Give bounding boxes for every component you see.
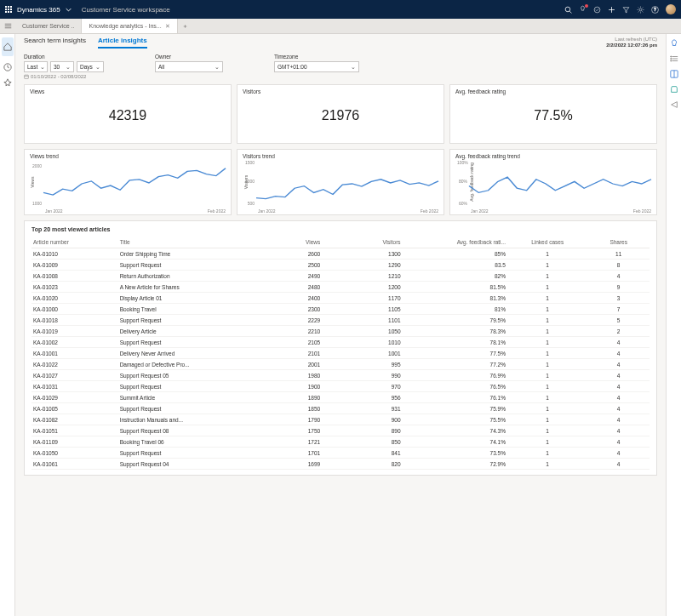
settings-icon[interactable] (637, 6, 644, 14)
rail-list-icon[interactable] (670, 54, 678, 63)
duration-unit-select[interactable]: Days⌄ (77, 61, 104, 72)
col-shares[interactable]: Shares (587, 237, 650, 248)
table-row[interactable]: KA-01023A New Article for Shares24801200… (31, 282, 650, 293)
duration-label: Duration (24, 54, 104, 60)
chart-xend: Feb 2022 (208, 208, 226, 214)
chevron-down-icon[interactable] (66, 7, 72, 13)
kpi-visitors-value: 21976 (243, 108, 438, 123)
assistant-icon[interactable] (593, 6, 601, 14)
lightbulb-icon[interactable] (579, 5, 587, 14)
duration-amount-select[interactable]: 30⌄ (50, 61, 74, 72)
chart-views-title: Views trend (30, 153, 226, 159)
top-articles-table: Article number Title Views Visitors Avg.… (31, 237, 650, 470)
table-row[interactable]: KA-01109Booking Travel 06172185074.1%14 (31, 436, 650, 448)
svg-point-17 (670, 60, 671, 61)
home-icon[interactable] (2, 37, 14, 56)
table-row[interactable]: KA-01027Support Request 05198099076.9%14 (31, 370, 650, 381)
workspace-tabstrip: Customer Service .. Knowledge analytics … (0, 19, 681, 34)
table-row[interactable]: KA-01019Delivery Article2210105078.3%12 (31, 326, 650, 337)
rail-share-icon[interactable] (670, 100, 678, 109)
new-tab-button[interactable]: ＋ (178, 19, 193, 33)
col-title[interactable]: Title (118, 237, 255, 248)
kpi-feedback-card: Avg. feedback rating 77.5% (449, 84, 657, 144)
kpi-views-title: Views (30, 88, 226, 94)
right-rail (666, 34, 681, 616)
hamburger-menu[interactable] (0, 19, 15, 33)
rail-bulb-icon[interactable] (670, 39, 678, 48)
table-row[interactable]: KA-01061Support Request 04169982072.9%14 (31, 459, 650, 470)
chart-tick: 1000 (31, 201, 42, 206)
chart-tick: 80% (457, 179, 467, 184)
table-row[interactable]: KA-01020Display Article 012400117081.3%1… (31, 293, 650, 304)
subtab-article-insights[interactable]: Article insights (98, 37, 147, 48)
tab-customer-service[interactable]: Customer Service .. (15, 19, 82, 33)
table-row[interactable]: KA-01029Summit Article189095676.1%14 (31, 392, 650, 403)
svg-text:?: ? (654, 7, 656, 12)
svg-rect-20 (25, 76, 29, 79)
search-icon[interactable] (564, 6, 572, 14)
kpi-views-value: 42319 (30, 108, 226, 123)
filter-owner: Owner All⌄ (155, 54, 223, 79)
col-feedback[interactable]: Avg. feedback rati... (403, 237, 507, 248)
filter-duration: Duration Last⌄ 30⌄ Days⌄ 01/10/2022 - 02… (24, 54, 104, 79)
close-tab-icon[interactable]: ✕ (165, 23, 170, 30)
chart-views-trend: Views trend Views 2000 1000 Jan 2022 Feb… (24, 149, 232, 215)
svg-point-0 (565, 7, 570, 12)
col-linked[interactable]: Linked cases (507, 237, 587, 248)
table-row[interactable]: KA-01051Support Request 08175089074.3%14 (31, 425, 650, 436)
main-content: Search term insights Article insights La… (15, 34, 666, 616)
workspace-name: Customer Service workspace (82, 6, 170, 14)
table-row[interactable]: KA-01008Return Authorization2490121082%1… (31, 271, 650, 282)
table-row[interactable]: KA-01010Order Shipping Time2600130085%11… (31, 248, 650, 260)
col-visitors[interactable]: Visitors (322, 237, 402, 248)
table-row[interactable]: KA-01050Support Request170184173.5%14 (31, 448, 650, 459)
global-topbar: Dynamics 365 Customer Service workspace … (0, 0, 681, 19)
table-row[interactable]: KA-01002Support Request2105101078.1%14 (31, 337, 650, 348)
timezone-select[interactable]: GMT+01:00⌄ (274, 61, 359, 72)
last-refresh: Last refresh (UTC) 2/2/2022 12:07:26 pm (606, 37, 657, 48)
table-row[interactable]: KA-01000Booking Travel2300110581%17 (31, 304, 650, 315)
clock-icon[interactable] (3, 63, 12, 71)
chart-xstart: Jan 2022 (258, 208, 276, 214)
svg-point-5 (639, 9, 642, 11)
table-title: Top 20 most viewed articles (31, 226, 650, 232)
chart-xend: Feb 2022 (421, 208, 438, 214)
table-row[interactable]: KA-01082Instruction Manuals and...179090… (31, 414, 650, 425)
product-name[interactable]: Dynamics 365 (17, 6, 60, 14)
add-icon[interactable] (608, 6, 615, 14)
subtab-search-term-insights[interactable]: Search term insights (24, 37, 86, 48)
left-nav-rail (0, 34, 15, 616)
col-views[interactable]: Views (254, 237, 322, 248)
chart-feedback-trend: Avg. feedback rating trend Avg. feedback… (449, 149, 657, 215)
chart-xend: Feb 2022 (633, 208, 651, 214)
col-article[interactable]: Article number (31, 237, 118, 248)
chart-tick: 500 (244, 201, 255, 206)
rail-script-icon[interactable] (670, 85, 678, 94)
chart-tick: 2000 (31, 163, 42, 168)
chart-views-ylabel: Views (30, 177, 35, 188)
help-icon[interactable]: ? (651, 6, 659, 14)
table-row[interactable]: KA-01005Support Request185093175.9%14 (31, 403, 650, 414)
kpi-feedback-title: Avg. feedback rating (455, 88, 651, 94)
app-launcher-icon[interactable] (5, 6, 12, 13)
table-row[interactable]: KA-01018Support Request2229110179.5%15 (31, 315, 650, 326)
svg-point-16 (670, 58, 671, 59)
filter-bar: Duration Last⌄ 30⌄ Days⌄ 01/10/2022 - 02… (15, 48, 666, 81)
rail-book-icon[interactable] (670, 70, 678, 78)
user-avatar[interactable] (666, 4, 676, 14)
filter-icon[interactable] (622, 6, 630, 14)
filter-timezone: Timezone GMT+01:00⌄ (274, 54, 359, 79)
timezone-label: Timezone (274, 54, 359, 60)
table-row[interactable]: KA-01022Damaged or Defective Pro...20019… (31, 359, 650, 370)
table-row[interactable]: KA-01009Support Request2500129083.518 (31, 260, 650, 271)
chart-xstart: Jan 2022 (471, 208, 489, 214)
pin-icon[interactable] (3, 78, 12, 87)
svg-point-2 (594, 7, 600, 13)
tab-knowledge-analytics[interactable]: Knowledge analytics - Ins...✕ (82, 19, 177, 33)
table-row[interactable]: KA-01001Delivery Never Arrived2101100177… (31, 348, 650, 359)
chart-feedback-title: Avg. feedback rating trend (455, 153, 651, 159)
table-row[interactable]: KA-01031Support Request190097076.5%14 (31, 381, 650, 392)
chart-tick: 1500 (244, 160, 255, 165)
duration-period-select[interactable]: Last⌄ (24, 61, 48, 72)
owner-select[interactable]: All⌄ (155, 61, 223, 72)
